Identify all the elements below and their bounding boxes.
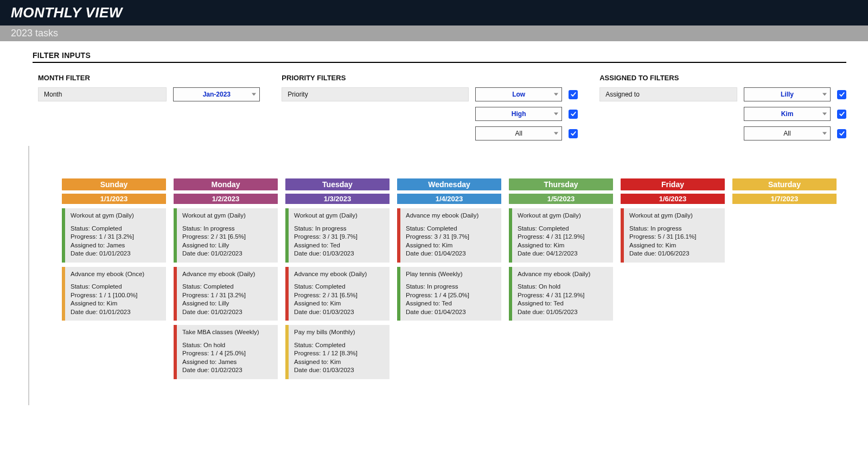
task-due: Date due: 01/01/2023 bbox=[71, 250, 162, 258]
month-select[interactable]: Jan-2023 bbox=[173, 87, 260, 101]
task-progress: Progress: 1 / 31 [3.2%] bbox=[71, 233, 162, 241]
task-status: Status: Completed bbox=[71, 225, 162, 233]
task-due: Date due: 01/03/2023 bbox=[294, 366, 385, 375]
assigned-filter-col: ASSIGNED TO FILTERS Assigned toLilly.Kim… bbox=[599, 74, 846, 146]
chevron-down-icon bbox=[554, 93, 558, 96]
day-header: Thursday bbox=[509, 178, 613, 190]
task-status: Status: Completed bbox=[406, 225, 497, 233]
task-due: Date due: 01/06/2023 bbox=[629, 250, 720, 258]
day-column: Tuesday1/3/2023Workout at gym (Daily)Sta… bbox=[285, 178, 390, 384]
task-progress: Progress: 1 / 12 [8.3%] bbox=[294, 349, 385, 358]
task-status: Status: In progress bbox=[294, 225, 385, 233]
filter-select[interactable]: All bbox=[475, 126, 562, 140]
day-header: Saturday bbox=[732, 178, 837, 190]
task-status: Status: In progress bbox=[406, 283, 497, 291]
task-progress: Progress: 1 / 1 [100.0%] bbox=[71, 291, 162, 300]
task-status: Status: On hold bbox=[518, 283, 609, 291]
day-date: 1/1/2023 bbox=[62, 194, 166, 204]
assigned-filter-heading: ASSIGNED TO FILTERS bbox=[599, 74, 846, 82]
checkbox-checked[interactable] bbox=[837, 129, 846, 138]
task-title: Play tennis (Weekly) bbox=[406, 270, 497, 279]
task-assigned: Assigned to: Ted bbox=[406, 299, 497, 308]
task-title: Workout at gym (Daily) bbox=[294, 212, 385, 220]
checkbox-checked[interactable] bbox=[569, 90, 578, 99]
task-card[interactable]: Advance my ebook (Daily)Status: Complete… bbox=[285, 267, 390, 321]
filter-select[interactable]: High bbox=[475, 107, 562, 121]
filter-select[interactable]: Low bbox=[475, 87, 562, 101]
day-date: 1/2/2023 bbox=[174, 194, 278, 204]
day-column: Saturday1/7/2023 bbox=[732, 178, 837, 208]
task-status: Status: Completed bbox=[182, 283, 273, 291]
task-card[interactable]: Advance my ebook (Daily)Status: On holdP… bbox=[509, 267, 613, 321]
day-column: Sunday1/1/2023Workout at gym (Daily)Stat… bbox=[62, 178, 166, 325]
task-due: Date due: 01/05/2023 bbox=[518, 308, 609, 317]
task-status: Status: Completed bbox=[71, 283, 162, 291]
task-card[interactable]: Workout at gym (Daily)Status: CompletedP… bbox=[509, 208, 613, 263]
task-card[interactable]: Play tennis (Weekly)Status: In progressP… bbox=[397, 267, 501, 321]
calendar-row: Sunday1/1/2023Workout at gym (Daily)Stat… bbox=[28, 146, 868, 405]
task-progress: Progress: 3 / 31 [9.7%] bbox=[406, 233, 497, 241]
task-status: Status: Completed bbox=[294, 341, 385, 350]
task-due: Date due: 01/02/2023 bbox=[182, 366, 273, 375]
filter-select[interactable]: Lilly bbox=[744, 87, 831, 101]
filter-select[interactable]: Kim bbox=[744, 107, 831, 121]
task-due: Date due: 01/03/2023 bbox=[294, 250, 385, 258]
task-card[interactable]: Workout at gym (Daily)Status: In progres… bbox=[174, 208, 278, 263]
task-card[interactable]: Advance my ebook (Daily)Status: Complete… bbox=[397, 208, 501, 263]
day-column: Monday1/2/2023Workout at gym (Daily)Stat… bbox=[174, 178, 278, 384]
task-card[interactable]: Advance my ebook (Once)Status: Completed… bbox=[62, 267, 166, 321]
day-header: Friday bbox=[621, 178, 725, 190]
checkbox-checked[interactable] bbox=[837, 90, 846, 99]
task-assigned: Assigned to: Ted bbox=[518, 299, 609, 308]
task-card[interactable]: Workout at gym (Daily)Status: In progres… bbox=[285, 208, 390, 263]
task-title: Advance my ebook (Daily) bbox=[406, 212, 497, 220]
checkbox-checked[interactable] bbox=[569, 110, 578, 119]
task-card[interactable]: Pay my bills (Monthly)Status: CompletedP… bbox=[285, 325, 390, 379]
task-title: Pay my bills (Monthly) bbox=[294, 328, 385, 337]
task-progress: Progress: 2 / 31 [6.5%] bbox=[294, 291, 385, 300]
priority-filter-col: PRIORITY FILTERS PriorityLow.High.All bbox=[282, 74, 578, 146]
task-due: Date due: 01/03/2023 bbox=[294, 308, 385, 317]
task-due: Date due: 04/12/2023 bbox=[518, 250, 609, 258]
month-filter-heading: MONTH FILTER bbox=[38, 74, 260, 82]
task-due: Date due: 01/01/2023 bbox=[71, 308, 162, 317]
task-due: Date due: 01/02/2023 bbox=[182, 250, 273, 258]
month-filter-col: MONTH FILTER Month Jan-2023 bbox=[38, 74, 260, 146]
chevron-down-icon bbox=[822, 132, 827, 135]
task-card[interactable]: Workout at gym (Daily)Status: CompletedP… bbox=[62, 208, 166, 263]
day-date: 1/3/2023 bbox=[285, 194, 390, 204]
task-card[interactable]: Workout at gym (Daily)Status: In progres… bbox=[621, 208, 725, 263]
filter-select[interactable]: All bbox=[744, 126, 831, 140]
task-progress: Progress: 4 / 31 [12.9%] bbox=[518, 291, 609, 300]
task-progress: Progress: 1 / 4 [25.0%] bbox=[406, 291, 497, 300]
task-title: Advance my ebook (Once) bbox=[71, 270, 162, 279]
task-card[interactable]: Take MBA classes (Weekly)Status: On hold… bbox=[174, 325, 278, 379]
task-progress: Progress: 5 / 31 [16.1%] bbox=[629, 233, 720, 241]
priority-filter-heading: PRIORITY FILTERS bbox=[282, 74, 578, 82]
task-assigned: Assigned to: Lilly bbox=[182, 241, 273, 250]
filter-row-label: Assigned to bbox=[599, 87, 737, 101]
task-assigned: Assigned to: Kim bbox=[294, 358, 385, 367]
task-assigned: Assigned to: James bbox=[71, 241, 162, 250]
day-date: 1/5/2023 bbox=[509, 194, 613, 204]
day-column: Wednesday1/4/2023Advance my ebook (Daily… bbox=[397, 178, 501, 325]
task-card[interactable]: Advance my ebook (Daily)Status: Complete… bbox=[174, 267, 278, 321]
filter-select-value: Low bbox=[512, 91, 525, 98]
task-assigned: Assigned to: Kim bbox=[294, 299, 385, 308]
task-title: Advance my ebook (Daily) bbox=[294, 270, 385, 279]
task-due: Date due: 01/02/2023 bbox=[182, 308, 273, 317]
day-column: Friday1/6/2023Workout at gym (Daily)Stat… bbox=[621, 178, 725, 267]
task-title: Workout at gym (Daily) bbox=[71, 212, 162, 220]
chevron-down-icon bbox=[822, 93, 827, 96]
checkbox-checked[interactable] bbox=[569, 129, 578, 138]
task-due: Date due: 01/04/2023 bbox=[406, 250, 497, 258]
task-progress: Progress: 1 / 4 [25.0%] bbox=[182, 349, 273, 358]
checkbox-checked[interactable] bbox=[837, 110, 846, 119]
task-progress: Progress: 3 / 31 [9.7%] bbox=[294, 233, 385, 241]
month-select-value: Jan-2023 bbox=[203, 91, 231, 98]
filter-select-value: High bbox=[512, 110, 526, 118]
task-title: Advance my ebook (Daily) bbox=[518, 270, 609, 279]
page-subtitle: 2023 tasks bbox=[0, 25, 868, 41]
task-status: Status: In progress bbox=[182, 225, 273, 233]
page-title: MONTHLY VIEW bbox=[0, 0, 868, 25]
